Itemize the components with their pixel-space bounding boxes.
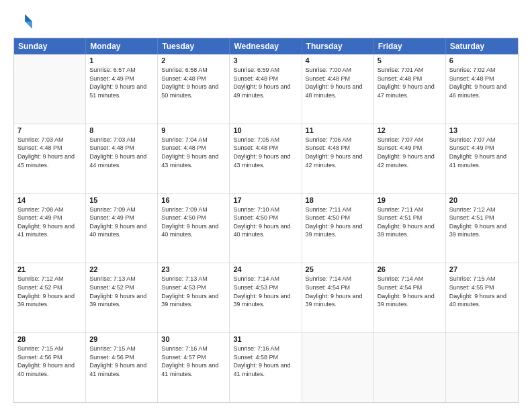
- day-number: 25: [306, 265, 370, 273]
- calendar-cell: 14Sunrise: 7:08 AMSunset: 4:49 PMDayligh…: [14, 194, 86, 263]
- day-number: 18: [306, 196, 370, 204]
- day-info: Sunrise: 7:16 AMSunset: 4:57 PMDaylight:…: [161, 345, 226, 378]
- calendar-cell: 2Sunrise: 6:58 AMSunset: 4:48 PMDaylight…: [158, 54, 230, 124]
- calendar-cell: [374, 333, 446, 402]
- day-number: 12: [378, 126, 442, 134]
- day-info: Sunrise: 7:13 AMSunset: 4:53 PMDaylight:…: [161, 275, 226, 308]
- day-number: 24: [233, 265, 298, 273]
- day-info: Sunrise: 7:03 AMSunset: 4:48 PMDaylight:…: [17, 136, 82, 169]
- day-info: Sunrise: 7:12 AMSunset: 4:51 PMDaylight:…: [449, 205, 515, 239]
- day-number: 27: [449, 265, 515, 273]
- day-info: Sunrise: 7:00 AMSunset: 4:48 PMDaylight:…: [306, 66, 370, 99]
- day-number: 1: [89, 56, 154, 64]
- day-number: 7: [17, 126, 82, 134]
- day-number: 28: [17, 335, 82, 343]
- day-number: 11: [306, 126, 370, 134]
- calendar-cell: 21Sunrise: 7:12 AMSunset: 4:52 PMDayligh…: [14, 263, 86, 332]
- day-number: 13: [449, 126, 515, 134]
- day-number: 16: [161, 196, 226, 204]
- calendar-cell: 12Sunrise: 7:07 AMSunset: 4:49 PMDayligh…: [374, 124, 446, 193]
- calendar-cell: 28Sunrise: 7:15 AMSunset: 4:56 PMDayligh…: [14, 333, 86, 402]
- calendar-cell: 25Sunrise: 7:14 AMSunset: 4:54 PMDayligh…: [302, 263, 374, 332]
- day-of-week-monday: Monday: [86, 38, 158, 54]
- day-number: 30: [161, 335, 226, 343]
- day-info: Sunrise: 7:12 AMSunset: 4:52 PMDaylight:…: [17, 275, 82, 308]
- day-number: 22: [89, 265, 154, 273]
- day-info: Sunrise: 7:14 AMSunset: 4:54 PMDaylight:…: [306, 275, 370, 308]
- day-info: Sunrise: 7:09 AMSunset: 4:50 PMDaylight:…: [161, 205, 226, 239]
- day-info: Sunrise: 7:08 AMSunset: 4:49 PMDaylight:…: [17, 205, 82, 239]
- day-info: Sunrise: 7:11 AMSunset: 4:50 PMDaylight:…: [306, 205, 370, 239]
- day-of-week-saturday: Saturday: [446, 38, 518, 54]
- day-number: 19: [378, 196, 442, 204]
- calendar-week-3: 14Sunrise: 7:08 AMSunset: 4:49 PMDayligh…: [14, 193, 518, 263]
- day-info: Sunrise: 6:57 AMSunset: 4:49 PMDaylight:…: [89, 66, 154, 99]
- calendar-cell: 6Sunrise: 7:02 AMSunset: 4:48 PMDaylight…: [446, 54, 518, 124]
- calendar-cell: [446, 333, 518, 402]
- calendar-week-1: 1Sunrise: 6:57 AMSunset: 4:49 PMDaylight…: [14, 54, 518, 124]
- logo: [13, 12, 35, 31]
- day-info: Sunrise: 7:04 AMSunset: 4:48 PMDaylight:…: [161, 136, 226, 169]
- calendar-cell: 16Sunrise: 7:09 AMSunset: 4:50 PMDayligh…: [158, 194, 230, 263]
- day-number: 23: [161, 265, 226, 273]
- calendar-cell: 24Sunrise: 7:14 AMSunset: 4:53 PMDayligh…: [230, 263, 302, 332]
- day-info: Sunrise: 7:14 AMSunset: 4:53 PMDaylight:…: [233, 275, 298, 308]
- calendar-cell: 20Sunrise: 7:12 AMSunset: 4:51 PMDayligh…: [446, 194, 518, 263]
- day-of-week-friday: Friday: [374, 38, 446, 54]
- day-info: Sunrise: 7:09 AMSunset: 4:49 PMDaylight:…: [89, 205, 154, 239]
- day-number: 29: [89, 335, 154, 343]
- day-of-week-tuesday: Tuesday: [158, 38, 230, 54]
- calendar-cell: 1Sunrise: 6:57 AMSunset: 4:49 PMDaylight…: [86, 54, 158, 124]
- calendar-cell: 13Sunrise: 7:07 AMSunset: 4:49 PMDayligh…: [446, 124, 518, 193]
- day-of-week-wednesday: Wednesday: [230, 38, 302, 54]
- day-number: 4: [306, 56, 370, 64]
- day-info: Sunrise: 7:06 AMSunset: 4:48 PMDaylight:…: [306, 136, 370, 169]
- calendar-cell: 11Sunrise: 7:06 AMSunset: 4:48 PMDayligh…: [302, 124, 374, 193]
- day-number: 6: [449, 56, 515, 64]
- calendar-cell: 7Sunrise: 7:03 AMSunset: 4:48 PMDaylight…: [14, 124, 86, 193]
- calendar-cell: 5Sunrise: 7:01 AMSunset: 4:48 PMDaylight…: [374, 54, 446, 124]
- day-info: Sunrise: 7:16 AMSunset: 4:58 PMDaylight:…: [233, 345, 298, 378]
- day-number: 10: [233, 126, 298, 134]
- logo-icon: [13, 12, 32, 31]
- calendar-cell: 29Sunrise: 7:15 AMSunset: 4:56 PMDayligh…: [86, 333, 158, 402]
- day-info: Sunrise: 7:07 AMSunset: 4:49 PMDaylight:…: [449, 136, 515, 169]
- day-info: Sunrise: 7:15 AMSunset: 4:56 PMDaylight:…: [17, 345, 82, 378]
- day-number: 20: [449, 196, 515, 204]
- day-info: Sunrise: 7:15 AMSunset: 4:56 PMDaylight:…: [89, 345, 154, 378]
- calendar-week-4: 21Sunrise: 7:12 AMSunset: 4:52 PMDayligh…: [14, 263, 518, 332]
- calendar-week-2: 7Sunrise: 7:03 AMSunset: 4:48 PMDaylight…: [14, 124, 518, 193]
- day-of-week-sunday: Sunday: [14, 38, 86, 54]
- day-info: Sunrise: 7:05 AMSunset: 4:48 PMDaylight:…: [233, 136, 298, 169]
- day-number: 5: [378, 56, 442, 64]
- day-info: Sunrise: 7:15 AMSunset: 4:55 PMDaylight:…: [449, 275, 515, 308]
- calendar-cell: 15Sunrise: 7:09 AMSunset: 4:49 PMDayligh…: [86, 194, 158, 263]
- svg-marker-1: [25, 21, 32, 29]
- day-info: Sunrise: 7:02 AMSunset: 4:48 PMDaylight:…: [449, 66, 515, 99]
- calendar-cell: 9Sunrise: 7:04 AMSunset: 4:48 PMDaylight…: [158, 124, 230, 193]
- day-number: 3: [233, 56, 298, 64]
- day-number: 31: [233, 335, 298, 343]
- calendar-week-5: 28Sunrise: 7:15 AMSunset: 4:56 PMDayligh…: [14, 332, 518, 402]
- calendar-cell: [14, 54, 86, 124]
- calendar-cell: 22Sunrise: 7:13 AMSunset: 4:52 PMDayligh…: [86, 263, 158, 332]
- day-info: Sunrise: 7:07 AMSunset: 4:49 PMDaylight:…: [378, 136, 442, 169]
- day-number: 14: [17, 196, 82, 204]
- calendar-cell: 19Sunrise: 7:11 AMSunset: 4:51 PMDayligh…: [374, 194, 446, 263]
- calendar-cell: 30Sunrise: 7:16 AMSunset: 4:57 PMDayligh…: [158, 333, 230, 402]
- svg-marker-0: [25, 14, 32, 21]
- day-number: 8: [89, 126, 154, 134]
- day-number: 9: [161, 126, 226, 134]
- day-info: Sunrise: 7:14 AMSunset: 4:54 PMDaylight:…: [378, 275, 442, 308]
- day-info: Sunrise: 7:11 AMSunset: 4:51 PMDaylight:…: [378, 205, 442, 239]
- calendar-cell: 8Sunrise: 7:03 AMSunset: 4:48 PMDaylight…: [86, 124, 158, 193]
- calendar-header: SundayMondayTuesdayWednesdayThursdayFrid…: [14, 38, 518, 54]
- day-of-week-thursday: Thursday: [302, 38, 374, 54]
- calendar-cell: 31Sunrise: 7:16 AMSunset: 4:58 PMDayligh…: [230, 333, 302, 402]
- day-number: 15: [89, 196, 154, 204]
- day-info: Sunrise: 7:01 AMSunset: 4:48 PMDaylight:…: [378, 66, 442, 99]
- calendar-cell: 23Sunrise: 7:13 AMSunset: 4:53 PMDayligh…: [158, 263, 230, 332]
- calendar-cell: 26Sunrise: 7:14 AMSunset: 4:54 PMDayligh…: [374, 263, 446, 332]
- day-number: 26: [378, 265, 442, 273]
- calendar-cell: 18Sunrise: 7:11 AMSunset: 4:50 PMDayligh…: [302, 194, 374, 263]
